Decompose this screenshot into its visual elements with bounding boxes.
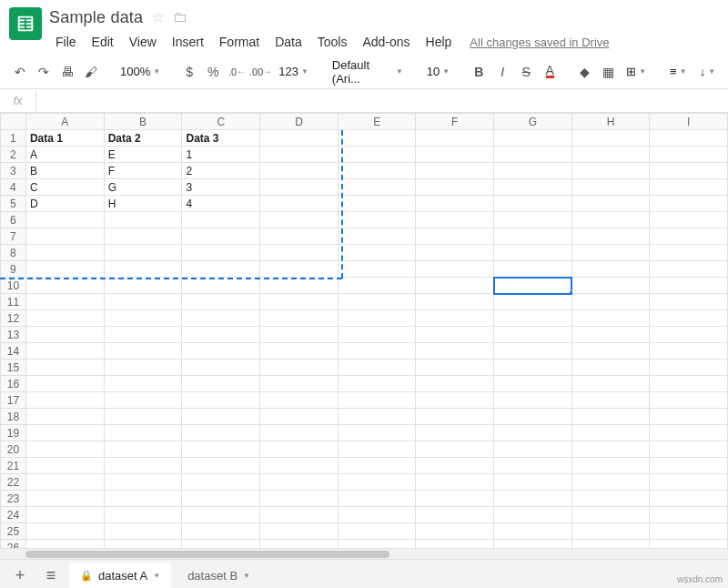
cell[interactable] bbox=[260, 278, 339, 294]
cell[interactable] bbox=[182, 327, 260, 343]
cell[interactable] bbox=[338, 212, 416, 228]
cell[interactable] bbox=[416, 540, 494, 549]
cell[interactable] bbox=[494, 343, 572, 360]
cell[interactable] bbox=[25, 458, 104, 474]
cell[interactable] bbox=[571, 491, 650, 507]
cell[interactable] bbox=[338, 343, 416, 360]
cell[interactable] bbox=[338, 360, 416, 376]
cell[interactable] bbox=[650, 261, 728, 278]
save-status[interactable]: All changes saved in Drive bbox=[470, 35, 609, 49]
cell[interactable] bbox=[650, 163, 728, 179]
menu-addons[interactable]: Add-ons bbox=[356, 32, 416, 52]
cell[interactable] bbox=[260, 310, 339, 327]
text-color-button[interactable]: A bbox=[539, 60, 561, 84]
cell[interactable] bbox=[260, 441, 339, 458]
cell[interactable] bbox=[494, 392, 572, 409]
cell[interactable] bbox=[416, 179, 494, 196]
cell[interactable] bbox=[260, 360, 339, 376]
cell[interactable] bbox=[416, 212, 494, 228]
cell[interactable] bbox=[182, 310, 260, 327]
cell[interactable] bbox=[182, 540, 260, 549]
cell[interactable] bbox=[338, 179, 416, 196]
cell[interactable] bbox=[494, 261, 572, 278]
percent-button[interactable]: % bbox=[202, 60, 224, 84]
strikethrough-button[interactable]: S bbox=[515, 60, 537, 84]
col-header-E[interactable]: E bbox=[338, 114, 416, 130]
cell[interactable] bbox=[260, 409, 339, 425]
cell[interactable] bbox=[25, 491, 104, 507]
cell[interactable] bbox=[104, 523, 182, 540]
cell[interactable] bbox=[338, 278, 416, 294]
cell[interactable] bbox=[338, 294, 416, 310]
cell[interactable] bbox=[494, 441, 572, 458]
cell[interactable] bbox=[182, 294, 260, 310]
cell[interactable] bbox=[25, 245, 104, 261]
row-header[interactable]: 16 bbox=[1, 376, 26, 392]
cell[interactable] bbox=[494, 491, 572, 507]
cell[interactable] bbox=[494, 130, 572, 147]
cell[interactable]: F bbox=[104, 163, 182, 179]
cell[interactable] bbox=[650, 523, 728, 540]
cell[interactable] bbox=[416, 507, 494, 523]
fill-color-button[interactable]: ◆ bbox=[573, 60, 595, 84]
folder-icon[interactable]: 🗀 bbox=[173, 9, 187, 25]
cell[interactable]: B bbox=[25, 163, 104, 179]
cell[interactable] bbox=[494, 327, 572, 343]
cell[interactable] bbox=[650, 147, 728, 163]
cell[interactable]: Data 1 bbox=[25, 130, 104, 147]
cell[interactable] bbox=[571, 163, 650, 179]
select-all-corner[interactable] bbox=[1, 114, 26, 130]
font-dropdown[interactable]: Default (Ari...▼ bbox=[327, 60, 409, 84]
cell[interactable] bbox=[25, 228, 104, 245]
cell[interactable] bbox=[650, 196, 728, 212]
row-header[interactable]: 1 bbox=[1, 130, 26, 147]
cell[interactable] bbox=[650, 474, 728, 491]
cell[interactable] bbox=[494, 245, 572, 261]
cell[interactable] bbox=[338, 425, 416, 441]
cell[interactable] bbox=[416, 376, 494, 392]
cell[interactable] bbox=[571, 278, 650, 294]
cell[interactable] bbox=[650, 310, 728, 327]
cell[interactable] bbox=[182, 507, 260, 523]
cell[interactable] bbox=[260, 458, 339, 474]
cell[interactable] bbox=[416, 196, 494, 212]
cell[interactable] bbox=[494, 196, 572, 212]
cell[interactable] bbox=[104, 491, 182, 507]
cell[interactable] bbox=[650, 228, 728, 245]
cell[interactable] bbox=[416, 147, 494, 163]
cell[interactable]: H bbox=[104, 196, 182, 212]
row-header[interactable]: 7 bbox=[1, 228, 26, 245]
cell[interactable] bbox=[650, 212, 728, 228]
cell[interactable]: E bbox=[104, 147, 182, 163]
cell[interactable] bbox=[182, 392, 260, 409]
cell[interactable] bbox=[104, 425, 182, 441]
row-header[interactable]: 18 bbox=[1, 409, 26, 425]
cell[interactable] bbox=[25, 310, 104, 327]
cell[interactable] bbox=[25, 327, 104, 343]
cell[interactable] bbox=[571, 147, 650, 163]
cell[interactable] bbox=[338, 327, 416, 343]
currency-button[interactable]: $ bbox=[178, 60, 200, 84]
cell[interactable] bbox=[416, 474, 494, 491]
increase-decimal-button[interactable]: .00→ bbox=[249, 60, 271, 84]
cell[interactable] bbox=[416, 491, 494, 507]
cell[interactable] bbox=[571, 441, 650, 458]
cell[interactable] bbox=[104, 228, 182, 245]
menu-format[interactable]: Format bbox=[213, 32, 266, 52]
cell[interactable]: G bbox=[104, 179, 182, 196]
cell[interactable] bbox=[182, 360, 260, 376]
cell[interactable] bbox=[571, 425, 650, 441]
cell[interactable] bbox=[650, 327, 728, 343]
cell[interactable] bbox=[416, 343, 494, 360]
cell[interactable] bbox=[494, 294, 572, 310]
row-header[interactable]: 12 bbox=[1, 310, 26, 327]
selected-cell[interactable] bbox=[494, 278, 572, 294]
chevron-down-icon[interactable]: ▼ bbox=[243, 572, 250, 580]
cell[interactable] bbox=[494, 425, 572, 441]
cell[interactable] bbox=[416, 130, 494, 147]
menu-view[interactable]: View bbox=[123, 32, 163, 52]
cell[interactable] bbox=[416, 228, 494, 245]
cell[interactable]: C bbox=[25, 179, 104, 196]
menu-edit[interactable]: Edit bbox=[86, 32, 120, 52]
cell[interactable] bbox=[571, 212, 650, 228]
